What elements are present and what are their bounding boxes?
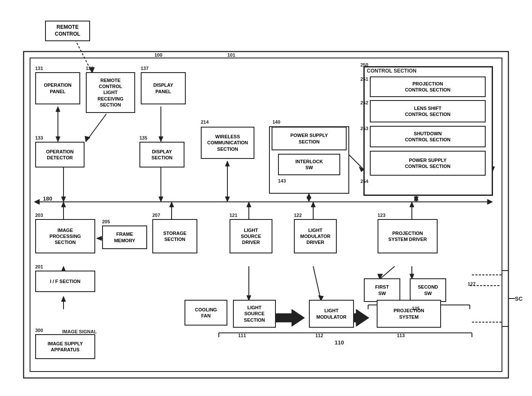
svg-line-68 [349,155,364,170]
svg-marker-35 [97,236,102,241]
ref-113: 113 [397,333,405,338]
svg-marker-27 [307,197,311,202]
ref-300: 300 [35,328,43,333]
ref-253: 253 [360,126,368,131]
ref-111: 111 [238,333,246,338]
ref-110: 110 [335,339,344,346]
light-source-section-box: LIGHTSOURCESECTION [233,300,276,328]
operation-panel-box: OPERATIONPANEL [35,72,80,104]
ref-101: 101 [227,52,235,58]
frame-memory-box: FRAMEMEMORY [102,225,147,249]
svg-marker-29 [414,195,418,201]
svg-line-53 [313,266,321,301]
ref-133: 133 [35,135,43,140]
svg-marker-6 [487,199,493,204]
projection-control-box: PROJECTIONCONTROL SECTION [370,76,486,97]
ref-100: 100 [154,52,162,58]
ref-207: 207 [152,213,160,218]
lens-shift-control-box: LENS SHIFTCONTROL SECTION [370,100,486,122]
ref-140: 140 [272,119,280,125]
storage-section-box: STORAGESECTION [152,219,197,253]
light-modulator-box: LIGHTMODULATOR [309,300,354,328]
light-source-driver-box: LIGHTSOURCEDRIVER [230,219,272,253]
bus-label: 180 [43,195,52,202]
shutdown-control-box: SHUTDOWNCONTROL SECTION [370,126,486,147]
ref-127: 127 [468,281,475,286]
remote-control-box: REMOTE CONTROL [45,21,90,41]
svg-marker-39 [169,202,174,207]
ref-201: 201 [35,264,43,269]
image-processing-box: IMAGEPROCESSINGSECTION [35,219,95,253]
svg-marker-11 [56,137,60,142]
power-supply-section-box: POWER SUPPLYSECTION [272,127,347,150]
image-signal-label: IMAGE SIGNAL [62,329,97,334]
svg-marker-26 [307,193,311,198]
image-supply-box: IMAGE SUPPLYAPPARATUS [35,334,95,359]
light-modulator-driver-box: LIGHTMODULATORDRIVER [294,219,337,253]
first-sw-box: FIRSTSW [364,278,400,302]
svg-marker-24 [225,197,230,202]
ref-250: 250 [360,62,368,67]
display-panel-box: DISPLAYPANEL [141,72,186,104]
second-sw-box: SECONDSW [410,278,446,302]
interlock-sw-box: INTERLOCKSW [278,154,340,175]
ref-143: 143 [278,178,286,183]
svg-marker-10 [56,107,60,112]
svg-line-12 [86,114,106,142]
ref-112: 112 [315,333,323,338]
ref-251: 251 [360,76,368,82]
operation-detector-box: OPERATIONDETECTOR [35,142,85,168]
ref-205: 205 [102,219,110,224]
svg-line-55 [380,266,395,279]
svg-marker-18 [159,137,163,142]
ref-131: 131 [35,66,43,71]
wireless-comm-box: WIRELESSCOMMUNICATIONSECTION [201,127,254,159]
svg-marker-45 [311,202,315,207]
svg-marker-33 [61,202,66,207]
ref-125: 125 [412,306,420,311]
svg-marker-69 [359,167,364,172]
ref-121: 121 [230,213,237,218]
svg-marker-5 [34,199,39,204]
power-supply-control-box: POWER SUPPLYCONTROL SECTION [370,151,486,176]
ref-252: 252 [360,100,368,105]
control-section-label: CONTROL SECTION [367,68,417,74]
remote-control-light-box: REMOTECONTROLLIGHTRECEIVINGSECTION [86,72,135,113]
ref-137: 137 [141,66,148,71]
svg-marker-23 [225,161,230,166]
ref-203: 203 [35,213,43,218]
svg-marker-13 [85,136,90,142]
svg-marker-21 [159,197,163,202]
ref-123: 123 [378,213,385,218]
svg-marker-65 [61,296,66,302]
projection-system-box: PROJECTIONSYSTEM [377,300,441,328]
svg-marker-42 [247,202,251,207]
if-section-box: I / F SECTION [35,271,95,292]
projection-system-driver-box: PROJECTIONSYSTEM DRIVER [378,219,438,253]
display-section-box: DISPLAYSECTION [139,142,184,168]
ref-122: 122 [294,213,302,218]
diagram-container: 5 100 101 REMOTE CONTROL OPERATIONPANEL … [0,0,532,396]
ref-214: 214 [201,119,209,125]
sc-label: SC [515,295,523,302]
ref-132: 132 [86,66,94,71]
svg-marker-30 [414,197,418,202]
ref-254: 254 [360,179,368,184]
svg-marker-51 [272,309,305,326]
ref-135: 135 [139,135,147,140]
svg-marker-48 [410,202,414,207]
svg-marker-16 [61,197,66,202]
cooling-fan-box: COOLINGFAN [184,300,227,326]
